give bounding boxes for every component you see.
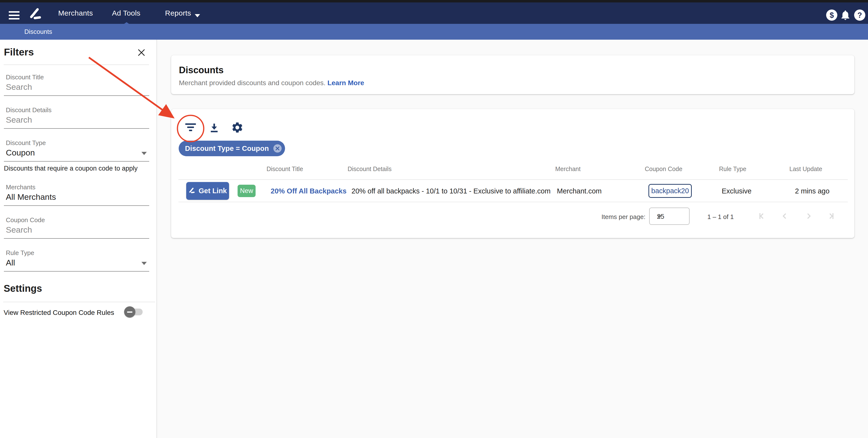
first-page-button[interactable] xyxy=(757,211,767,221)
help-icon[interactable]: ? xyxy=(854,9,865,21)
column-header-discount-title[interactable]: Discount Title xyxy=(267,165,303,173)
chip-remove-icon[interactable] xyxy=(273,144,282,153)
new-badge: New xyxy=(238,185,255,197)
learn-more-link[interactable]: Learn More xyxy=(328,79,364,87)
dollar-icon[interactable]: $ xyxy=(826,9,837,21)
page-subtitle: Merchant provided discounts and coupon c… xyxy=(179,79,364,87)
discount-type-value: Coupon xyxy=(6,148,35,157)
field-label: Discount Details xyxy=(6,106,52,114)
page-title: Discounts xyxy=(179,65,224,75)
reports-chevron-down-icon xyxy=(195,14,200,17)
view-restricted-rules-label: View Restricted Coupon Code Rules xyxy=(4,309,114,317)
window-top-strip xyxy=(0,0,868,2)
chevron-down-icon xyxy=(657,215,662,218)
pagination-range-label: 1 – 1 of 1 xyxy=(707,213,734,221)
view-restricted-rules-toggle[interactable] xyxy=(127,308,143,316)
last-update-cell: 2 mins ago xyxy=(795,187,830,195)
merchants-field[interactable]: Merchants All Merchants xyxy=(4,184,149,206)
discount-title-input[interactable]: Search xyxy=(6,82,32,92)
rule-type-value: All xyxy=(6,258,15,268)
active-filter-chip: Discount Type = Coupon xyxy=(179,140,285,156)
close-icon[interactable] xyxy=(137,48,146,57)
settings-section-title: Settings xyxy=(4,283,42,294)
items-per-page-select[interactable]: 25 xyxy=(649,208,689,225)
chevron-down-icon xyxy=(142,262,147,265)
last-page-button[interactable] xyxy=(826,211,836,221)
nav-item-reports[interactable]: Reports xyxy=(165,2,191,24)
discount-details-field[interactable]: Discount Details Search xyxy=(4,106,149,129)
divider xyxy=(3,302,155,302)
discount-details-cell: 20% off all backpacks - 10/1 to 10/31 - … xyxy=(351,187,551,195)
column-header-coupon-code[interactable]: Coupon Code xyxy=(645,165,682,173)
discounts-table-card: Discount Type = Coupon Discount Title Di… xyxy=(171,109,855,238)
nav-item-merchants[interactable]: Merchants xyxy=(58,2,93,24)
divider xyxy=(4,64,149,65)
breadcrumb-bar: Discounts xyxy=(0,24,868,40)
rule-type-select[interactable]: Rule Type All xyxy=(4,249,149,272)
avantlink-logo-icon[interactable] xyxy=(28,7,44,23)
breadcrumb[interactable]: Discounts xyxy=(24,24,52,40)
next-page-button[interactable] xyxy=(804,211,813,221)
top-navbar: Merchants Ad Tools Reports $ ? xyxy=(0,2,868,24)
app-window: Merchants Ad Tools Reports $ ? Discounts… xyxy=(0,0,868,438)
download-icon[interactable] xyxy=(208,122,220,133)
coupon-code-field[interactable]: Coupon Code Search xyxy=(4,216,149,239)
chip-label: Discount Type = Coupon xyxy=(185,145,269,153)
field-label: Discount Type xyxy=(6,139,46,147)
chevron-down-icon xyxy=(142,152,147,155)
hamburger-menu-icon[interactable] xyxy=(9,11,20,20)
discount-title-link[interactable]: 20% Off All Backpacks xyxy=(271,187,347,195)
discount-type-select[interactable]: Discount Type Coupon xyxy=(4,139,149,162)
field-label: Rule Type xyxy=(6,249,34,257)
field-label: Merchants xyxy=(6,184,35,191)
field-label: Discount Title xyxy=(6,73,44,81)
filters-panel: Filters Discount Title Search Discount D… xyxy=(0,40,157,438)
filter-icon[interactable] xyxy=(183,120,198,135)
gear-icon[interactable] xyxy=(231,121,244,134)
column-header-last-update[interactable]: Last Update xyxy=(789,165,822,173)
toggle-thumb[interactable] xyxy=(124,306,135,317)
discount-type-helper-text: Discounts that require a coupon code to … xyxy=(4,165,137,172)
coupon-code-chip[interactable]: backpack20 xyxy=(648,184,692,198)
discount-title-field[interactable]: Discount Title Search xyxy=(4,73,149,96)
column-header-merchant[interactable]: Merchant xyxy=(555,165,581,173)
filters-panel-title: Filters xyxy=(4,46,34,58)
items-per-page-label: Items per page: xyxy=(601,213,646,221)
column-header-rule-type[interactable]: Rule Type xyxy=(719,165,746,173)
merchants-value: All Merchants xyxy=(6,192,56,202)
nav-item-ad-tools[interactable]: Ad Tools xyxy=(112,2,141,24)
bell-icon[interactable] xyxy=(839,9,851,21)
coupon-code-input[interactable]: Search xyxy=(6,225,32,234)
previous-page-button[interactable] xyxy=(780,211,789,221)
field-label: Coupon Code xyxy=(6,216,45,224)
discounts-intro-card: Discounts Merchant provided discounts an… xyxy=(171,55,855,94)
column-header-discount-details[interactable]: Discount Details xyxy=(348,165,392,173)
discount-details-input[interactable]: Search xyxy=(6,115,32,125)
rule-type-cell: Exclusive xyxy=(722,187,752,195)
merchant-cell: Merchant.com xyxy=(557,187,602,195)
get-link-button[interactable]: Get Link xyxy=(186,182,229,200)
